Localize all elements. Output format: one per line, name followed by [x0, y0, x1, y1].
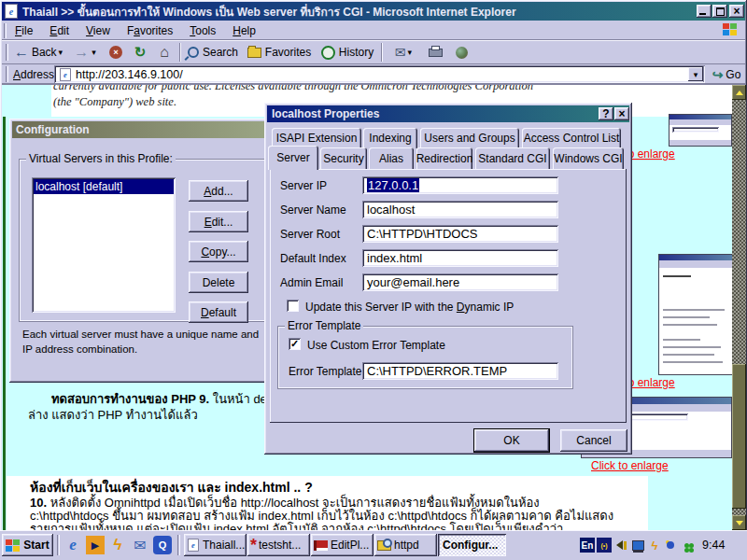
- scroll-up-button[interactable]: [732, 85, 746, 100]
- task-button-editplus[interactable]: EditPl...: [311, 534, 374, 556]
- server-root-label: Server Root: [280, 228, 340, 241]
- error-template-input[interactable]: C:\HTTPD\ERROR.TEMP: [362, 362, 558, 380]
- favorites-button[interactable]: Favorites: [245, 42, 314, 63]
- config-note-line2: IP address combination.: [22, 343, 137, 355]
- page-cyan-corner: [2, 85, 51, 117]
- window-titlebar[interactable]: e Thaiall >> ขั้นตอนการทำให้ Windows เป็…: [2, 2, 745, 21]
- menu-edit[interactable]: Edit: [41, 24, 78, 37]
- comet-tray-icon[interactable]: [663, 538, 678, 553]
- icq-flower-tray-icon[interactable]: [679, 538, 694, 553]
- dialog-titlebar[interactable]: localhost Properties ? ×: [267, 105, 629, 122]
- restore-button[interactable]: [712, 5, 727, 18]
- edit-button[interactable]: [450, 42, 472, 63]
- dialog-help-button[interactable]: ?: [599, 107, 613, 120]
- tab-alias[interactable]: Alias: [369, 147, 414, 169]
- folder-search-icon: [377, 540, 391, 551]
- back-button[interactable]: ← Back ▾: [11, 42, 65, 63]
- error-template-group: Error Template ✓ Use Custom Error Templa…: [277, 326, 573, 389]
- refresh-button[interactable]: ↻: [129, 42, 151, 63]
- mail-button[interactable]: ✉ ▾: [387, 42, 420, 63]
- tab-redirection[interactable]: Redirection: [416, 147, 472, 169]
- history-button[interactable]: History: [317, 42, 377, 63]
- scroll-down-button[interactable]: [732, 515, 746, 530]
- screenshot-thumbnail-2[interactable]: [658, 254, 732, 375]
- forward-dropdown-icon[interactable]: ▾: [92, 48, 96, 57]
- back-dropdown-icon[interactable]: ▾: [59, 48, 63, 57]
- dynamic-ip-checkbox[interactable]: [287, 300, 299, 312]
- address-dropdown-button[interactable]: ▾: [688, 67, 703, 81]
- task-button-configuration-active[interactable]: Configur...: [438, 534, 506, 556]
- start-button[interactable]: Start: [2, 534, 53, 556]
- virtual-servers-listbox[interactable]: localhost [default]: [32, 177, 176, 313]
- license-text-line2: (the "Company") web site.: [53, 95, 176, 109]
- history-clock-icon: [321, 46, 335, 60]
- tab-server[interactable]: Server: [268, 146, 318, 170]
- home-button[interactable]: ⌂: [153, 42, 176, 63]
- menu-favorites[interactable]: Favorites: [119, 24, 181, 37]
- display-tray-icon[interactable]: [630, 538, 645, 553]
- copy-button[interactable]: Copy...: [189, 241, 248, 262]
- clock[interactable]: 9:44: [702, 539, 725, 552]
- configuration-titlebar[interactable]: Configuration: [12, 121, 266, 138]
- screenshot-thumbnail-1[interactable]: [669, 114, 732, 147]
- menu-tools[interactable]: Tools: [181, 24, 224, 37]
- print-button[interactable]: [424, 42, 446, 63]
- toolbar-grip[interactable]: [6, 44, 8, 61]
- tab-standard-cgi[interactable]: Standard CGI: [475, 147, 550, 169]
- add-button[interactable]: Add...: [189, 180, 248, 202]
- ie-window: e Thaiall >> ขั้นตอนการทำให้ Windows เป็…: [0, 0, 747, 560]
- address-grip[interactable]: [6, 66, 8, 82]
- mail-dropdown-icon[interactable]: ▾: [408, 48, 413, 57]
- menu-view[interactable]: View: [78, 24, 119, 37]
- menu-help[interactable]: Help: [224, 24, 264, 37]
- admin-email-label: Admin Email: [280, 276, 343, 289]
- list-item-selected[interactable]: localhost [default]: [34, 179, 174, 194]
- quickview-quicklaunch-icon[interactable]: Q: [153, 536, 172, 554]
- tab-users-and-groups[interactable]: Users and Groups: [420, 128, 519, 148]
- scroll-down-icon: [736, 521, 743, 525]
- close-button[interactable]: ×: [729, 5, 744, 18]
- tab-security[interactable]: Security: [320, 147, 367, 169]
- enlarge-link-3[interactable]: Click to enlarge: [591, 459, 669, 472]
- radio-tray-icon[interactable]: (•): [597, 538, 612, 553]
- winamp-tray-icon[interactable]: ϟ: [647, 538, 662, 553]
- task-button-testsht[interactable]: * testsht...: [247, 534, 310, 556]
- task-button-thaiall[interactable]: e Thaiall...: [184, 534, 247, 556]
- edit-server-button[interactable]: Edit...: [189, 211, 248, 232]
- default-index-input[interactable]: index.html: [362, 249, 558, 267]
- stop-button[interactable]: ×: [105, 42, 127, 63]
- ie-quicklaunch-icon[interactable]: e: [63, 536, 82, 554]
- ok-button[interactable]: OK: [474, 429, 549, 452]
- go-button[interactable]: ↪ Go: [708, 65, 745, 83]
- admin-email-input[interactable]: your@email.here: [362, 273, 558, 291]
- language-indicator[interactable]: En: [580, 538, 595, 553]
- custom-error-checkbox[interactable]: ✓: [289, 338, 301, 350]
- dynamic-ip-checkbox-label: Update this Server IP with the Dynamic I…: [305, 301, 514, 314]
- server-root-input[interactable]: C:\HTTPD\HTDOCS: [362, 225, 558, 243]
- scrollbar-thumb[interactable]: [732, 364, 746, 509]
- toolbar-separator: [179, 43, 181, 62]
- outlook-express-quicklaunch-icon[interactable]: ✉: [131, 536, 149, 554]
- tab-access-control-list[interactable]: Access Control List: [522, 128, 621, 148]
- minimize-button[interactable]: [697, 5, 712, 18]
- forward-button[interactable]: → ▾: [67, 42, 103, 63]
- task-button-httpd[interactable]: httpd: [374, 534, 437, 556]
- search-button[interactable]: Search: [185, 42, 241, 63]
- vertical-scrollbar[interactable]: [732, 85, 746, 530]
- dialog-close-button[interactable]: ×: [614, 107, 629, 120]
- delete-button[interactable]: Delete: [189, 272, 248, 293]
- server-name-input[interactable]: localhost: [362, 201, 558, 218]
- winamp-quicklaunch-icon[interactable]: ϟ: [108, 536, 127, 554]
- default-button[interactable]: Default: [189, 301, 248, 323]
- server-name-label: Server Name: [280, 203, 346, 217]
- media-player-quicklaunch-icon[interactable]: ▶: [86, 536, 105, 554]
- server-ip-input[interactable]: 127.0.0.1: [362, 176, 558, 194]
- cancel-button[interactable]: Cancel: [560, 429, 627, 452]
- tab-indexing[interactable]: Indexing: [363, 128, 417, 148]
- address-input[interactable]: e http://203.146.9.100/ ▾: [54, 65, 705, 83]
- taskbar-separator-2: [177, 535, 180, 555]
- toolbar-separator-2: [381, 43, 383, 62]
- tab-windows-cgi[interactable]: Windows CGI: [553, 147, 624, 169]
- volume-tray-icon[interactable]: [613, 538, 628, 553]
- menu-file[interactable]: File: [7, 24, 41, 37]
